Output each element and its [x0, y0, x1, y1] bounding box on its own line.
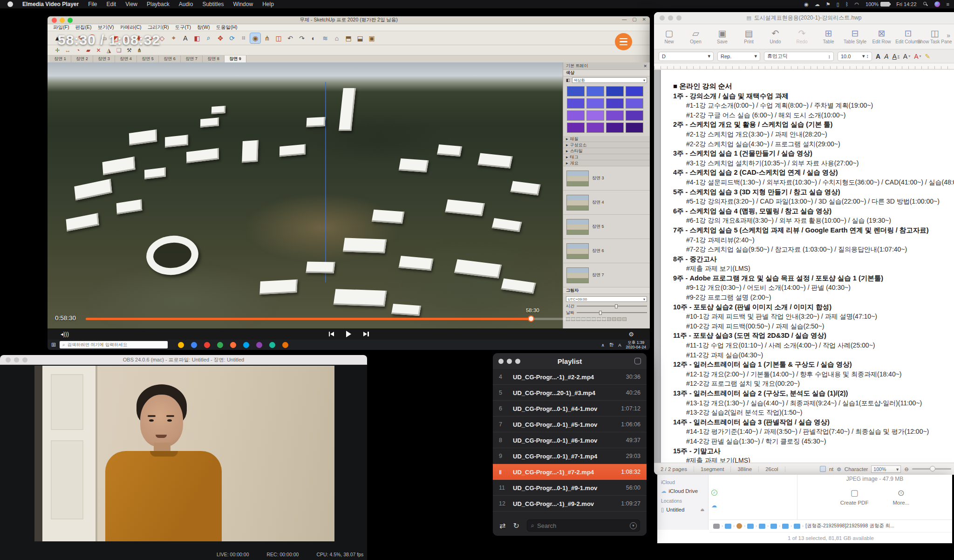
tray-chevron-icon[interactable]: ∧	[601, 342, 605, 348]
folder-icon[interactable]	[759, 524, 765, 529]
hwp-titlebar[interactable]: ▤ 도시설계표현응용(2020-1)-강의리스트.hwp	[654, 12, 954, 24]
close-button[interactable]	[6, 357, 11, 362]
scene-tab[interactable]: 장면 3	[93, 55, 115, 62]
sketchup-tool-icon[interactable]: ◐	[308, 33, 319, 43]
menubar-menu[interactable]: Subtitles	[202, 1, 224, 7]
taskbar-app-icon[interactable]	[269, 342, 275, 348]
folder-icon[interactable]	[725, 524, 731, 529]
folder-icon[interactable]	[747, 524, 754, 529]
style-select[interactable]: D▾	[659, 52, 714, 61]
outline-button[interactable]: A▾	[903, 53, 910, 60]
sketchup-tool-icon[interactable]: ↷	[297, 33, 307, 43]
scene-panel-item[interactable]: 장면 5	[563, 215, 650, 239]
folder-icon[interactable]	[770, 524, 777, 529]
siri-icon[interactable]	[934, 1, 940, 7]
color-swatch[interactable]	[626, 123, 643, 133]
win-min-icon[interactable]: —	[622, 17, 627, 22]
scene-panel-item[interactable]: 장면 4	[563, 191, 650, 215]
scene-panel-item[interactable]: 장면 3	[563, 166, 650, 191]
font-select[interactable]: 휴먼고딕↕	[764, 52, 834, 61]
sketchup-menu-item[interactable]: 보기(V)	[97, 24, 114, 31]
selected-file-name[interactable]: [권형준-21925998]21925998 권형준 최...	[805, 523, 894, 529]
color-picker-select[interactable]: 색상환▾	[572, 77, 647, 83]
bold-button[interactable]: A	[876, 53, 880, 60]
color-swatch[interactable]	[626, 110, 643, 121]
sketchup-tool-icon[interactable]: ▣	[367, 33, 377, 43]
win-close-icon[interactable]: ✕	[642, 17, 646, 22]
windows-window-buttons[interactable]: — ▢ ✕	[622, 17, 646, 22]
hwp-toolbar-button[interactable]: ◫ Show Task Pane	[921, 29, 948, 44]
zoom-button[interactable]	[676, 15, 681, 20]
search-options-icon[interactable]: ▾	[630, 522, 637, 529]
playlist-row[interactable]: 6 UD_CG-Progr...0-1)_#4-1.mov 1:07:12	[493, 401, 647, 417]
sketchup-tool-icon[interactable]: ⟳	[227, 33, 237, 43]
close-button[interactable]	[660, 15, 665, 20]
menubar-menu[interactable]: Playback	[147, 1, 170, 7]
shadow-section-title[interactable]: 그림자	[563, 287, 650, 294]
sketchup-tool-icon[interactable]: ◧	[192, 33, 202, 43]
ime-indicator-2[interactable]: A	[618, 342, 621, 348]
status-icon[interactable]: ᛒ	[845, 1, 849, 7]
drive-icon[interactable]	[713, 524, 720, 529]
toolbar-overflow-icon[interactable]: »	[947, 32, 950, 39]
hwp-toolbar-button[interactable]: ↶ Undo	[762, 29, 789, 44]
time-slider[interactable]	[577, 306, 647, 307]
battery-indicator[interactable]: 100%	[865, 1, 890, 7]
minimize-button[interactable]	[14, 357, 19, 362]
color-swatch[interactable]	[606, 98, 624, 109]
shuffle-icon[interactable]: ⇄	[499, 521, 505, 530]
volume-icon[interactable]: ◂)))	[61, 331, 69, 337]
taskbar-app-icon[interactable]	[217, 342, 223, 348]
sketchup-tool-icon[interactable]: ⌂	[332, 33, 342, 43]
tray-close-icon[interactable]: ✕	[643, 64, 647, 68]
seek-bar[interactable]: 58:30	[86, 318, 607, 320]
sketchup-tool-icon[interactable]: ⋔	[262, 33, 272, 43]
obs-window-controls[interactable]	[6, 357, 27, 362]
hwp-toolbar-button[interactable]: ▢ New	[656, 29, 682, 44]
color-swatch[interactable]	[586, 86, 604, 96]
ime-indicator[interactable]: 한	[609, 342, 614, 348]
date-slider[interactable]	[577, 312, 647, 313]
status-icon[interactable]: ▯	[837, 1, 839, 7]
sketchup-menu-item[interactable]: 카메라(C)	[120, 24, 141, 31]
sketchup-tray[interactable]: 기본 트레이 ✕ 색상 ◧ 색상환▾ ▸ 재질	[563, 62, 650, 328]
active-app-name[interactable]: Elmedia Video Player	[22, 1, 79, 7]
playlist-row[interactable]: 9 UD_CG-Progr...0-1)_#7-1.mp4 29:03	[493, 448, 647, 464]
scene-tab[interactable]: 장면 8	[203, 55, 225, 62]
sketchup-menu-item[interactable]: 파일(F)	[53, 24, 69, 31]
previous-button[interactable]	[329, 332, 334, 336]
sketchup-tool-icon[interactable]: ◫	[273, 33, 284, 43]
sketchup-menu-item[interactable]: 도움말(H)	[216, 24, 237, 31]
close-button[interactable]	[52, 18, 57, 23]
tray-section-row[interactable]: ▸ 개요	[563, 160, 650, 166]
sketchup-titlebar[interactable]: 무제 - SketchUp 프로 2020 (평가판 2일 남음) — ▢ ✕	[48, 16, 650, 24]
color-swatch[interactable]	[567, 86, 585, 96]
sketchup-tool-icon[interactable]: A	[180, 33, 191, 43]
folder-icon[interactable]	[794, 524, 800, 529]
webcam-preview[interactable]	[34, 366, 334, 541]
menubar-menu[interactable]: Audio	[179, 1, 193, 7]
create-pdf-button[interactable]: ▢ Create PDF	[840, 488, 869, 505]
taskbar-app-icon[interactable]	[243, 342, 249, 348]
taskbar-app-icon[interactable]	[178, 342, 184, 348]
sketchup-menu-item[interactable]: 창(W)	[197, 24, 210, 31]
sketchup-menu-item[interactable]: 편집(E)	[75, 24, 91, 31]
minimize-button[interactable]	[60, 18, 65, 23]
notification-center-icon[interactable]: ≡	[947, 1, 949, 7]
hwp-window-controls[interactable]	[660, 15, 681, 20]
sketchup-tool-icon[interactable]: ⬒	[343, 33, 354, 43]
attach-to-player-icon[interactable]	[634, 358, 641, 364]
rep-select[interactable]: Rep.▾	[717, 52, 760, 61]
color-swatch[interactable]	[626, 86, 643, 96]
obs-titlebar[interactable]: OBS 24.0.6 (mac) - 프로파일: Untitled - 장면: …	[0, 355, 367, 365]
tray-section-row[interactable]: ▸ 재질	[563, 136, 650, 142]
minimize-button[interactable]	[668, 15, 673, 20]
document-area[interactable]: ■ 온라인 강의 순서1주 - 강의소개 / 실습 및 재택수업 과제#1-1강…	[654, 70, 954, 463]
playlist-titlebar[interactable]: Playlist	[493, 353, 647, 369]
playlist-row[interactable]: 7 UD_CG-Progr...0-1)_#5-1.mov 1:06:06	[493, 417, 647, 432]
color-swatch[interactable]	[586, 98, 604, 109]
sidebar-item-untitled[interactable]: ▯ Untitled ⏏	[661, 505, 704, 514]
apple-logo-icon[interactable]	[7, 1, 13, 7]
color-swatch[interactable]	[586, 123, 604, 133]
tray-section-row[interactable]: ▸ 구성요소	[563, 142, 650, 148]
